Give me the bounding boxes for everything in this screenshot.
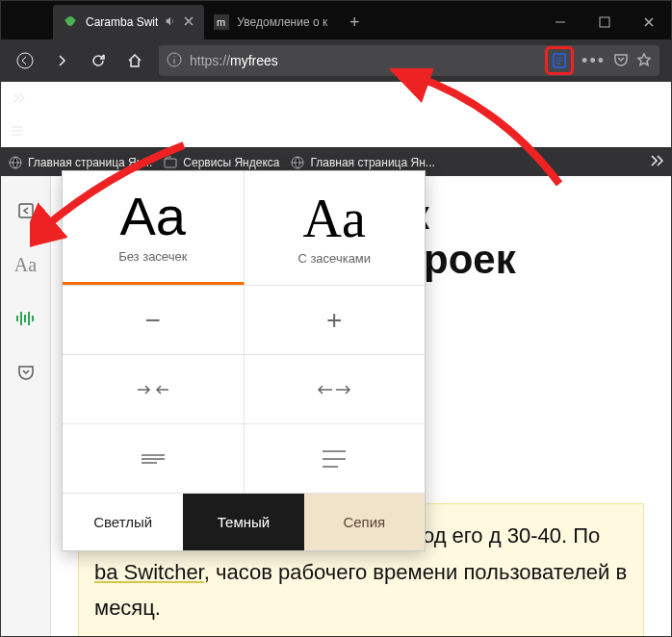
theme-label: Сепия [343,514,385,530]
maximize-button[interactable] [582,5,627,39]
newtab-button[interactable]: + [337,5,372,39]
tab-label: Уведомление о к [237,15,327,29]
tab-audio-icon[interactable] [164,14,177,31]
aa-label: Aa [14,254,37,276]
annotation-arrow-1 [386,68,579,193]
star-icon[interactable] [636,52,652,70]
theme-label: Светлый [93,514,152,530]
back-button[interactable] [9,44,41,77]
content-width-decrease[interactable] [63,355,245,423]
line-height-row [63,423,425,493]
close-window-button[interactable] [627,5,671,39]
arrows-in-icon [134,380,172,399]
content-width-row [63,354,425,423]
minus-icon: − [145,305,161,336]
bookmark-label: Сервисы Яндекса [183,156,279,169]
home-button[interactable] [118,44,151,77]
font-size-decrease[interactable]: − [63,286,245,354]
font-sample: Aa [303,191,366,245]
font-label: Без засечек [118,249,187,264]
forward-button[interactable] [45,44,78,77]
tabs: Caramba Swit m Уведомление о к + [53,5,372,39]
pocket-icon[interactable] [613,52,629,70]
line-height-decrease[interactable] [63,424,245,493]
tab-notification[interactable]: m Уведомление о к [204,5,337,39]
lines-wide-icon [321,448,348,470]
bookmarks-overflow[interactable] [648,153,663,172]
info-icon[interactable] [167,52,182,70]
content-width-increase[interactable] [245,355,426,423]
annotation-arrow-2 [30,136,194,251]
arrows-out-icon [315,380,353,399]
url-text: https://myfrees [190,53,278,68]
tab-label: Caramba Swit [86,15,158,29]
window-controls [538,5,671,39]
tab-close-icon[interactable] [183,15,194,30]
titlebar: Caramba Swit m Уведомление о к + [1,1,671,39]
theme-light-button[interactable]: Светлый [63,494,183,550]
lines-narrow-icon [140,450,167,468]
sidebar-narrate-button[interactable] [9,301,43,336]
theme-sepia-button[interactable]: Сепия [304,494,425,550]
theme-label: Темный [218,514,270,530]
line-height-increase[interactable] [245,424,426,493]
font-label: С засечками [297,251,371,266]
sidebar-type-button[interactable]: Aa [9,247,43,282]
font-size-row: − + [63,285,425,354]
tab-caramba[interactable]: Caramba Swit [53,5,204,39]
plus-icon: + [326,305,342,336]
plus-icon: + [349,13,360,33]
font-size-increase[interactable]: + [245,286,426,354]
page-actions-icon[interactable]: ••• [582,51,606,71]
menu-button[interactable] [1,115,34,147]
svg-rect-2 [600,17,609,27]
sidebar-pocket-button[interactable] [9,355,43,390]
tab-favicon-icon [63,14,78,30]
minimize-button[interactable] [538,5,582,39]
theme-row: Светлый Темный Сепия [63,493,425,550]
tab-favicon-icon: m [214,14,229,30]
theme-dark-button[interactable]: Темный [183,494,303,550]
reload-button[interactable] [82,44,115,77]
overflow-button[interactable] [1,82,34,115]
svg-text:m: m [217,16,225,28]
svg-point-3 [17,53,33,68]
